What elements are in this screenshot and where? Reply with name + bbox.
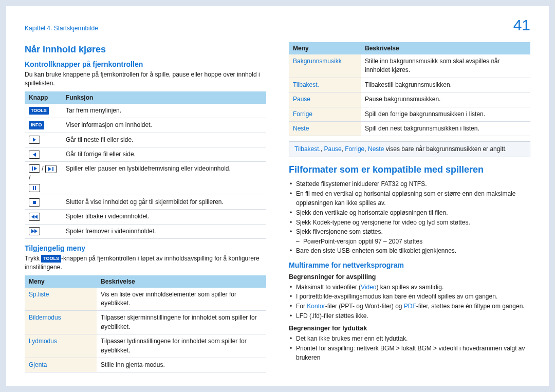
paragraph-menu-intro: Trykk TOOLS-knappen på fjernkontrollen i… <box>25 254 266 272</box>
list-item: Bare den siste USB-enheten som ble tilko… <box>289 246 530 256</box>
next-play-icon <box>45 165 57 173</box>
list-item: LFD (.lfd)-filer støttes ikke. <box>289 311 530 321</box>
tools-badge-inline: TOOLS <box>41 255 61 263</box>
svg-rect-7 <box>35 186 36 190</box>
desc: Går til forrige fil eller side. <box>62 147 266 161</box>
svg-rect-2 <box>32 166 33 171</box>
prev-icon <box>29 151 40 159</box>
svg-marker-12 <box>34 229 38 233</box>
table-menu-right: Meny Beskrivelse BakgrunnsmusikkStille i… <box>289 42 530 136</box>
heading-play-limits: Begrensninger for avspilling <box>289 273 530 281</box>
note-box: Tilbakest., Pause, Forrige, Neste vises … <box>289 141 530 157</box>
desc: Spoler fremover i videoinnholdet. <box>62 224 266 238</box>
heading-playing-content: Når innhold kjøres <box>25 44 266 55</box>
th-funksjon: Funksjon <box>62 91 266 104</box>
table-row: Sp.listeVis en liste over innholdselemen… <box>25 288 266 311</box>
heading-sound-limits: Begrensinger for lyduttak <box>289 325 530 332</box>
table-row: ForrigeSpill den forrige bakgrunnsmusikk… <box>289 107 530 121</box>
svg-rect-6 <box>33 186 34 190</box>
heading-available-menu: Tilgjengelig meny <box>25 244 266 252</box>
stop-icon <box>29 198 40 207</box>
desc: Spoler tilbake i videoinnholdet. <box>62 210 266 224</box>
table-row: Spoler fremover i videoinnholdet. <box>25 224 266 238</box>
svg-marker-11 <box>31 229 34 233</box>
table-menu-left: Meny Beskrivelse Sp.listeVis en liste ov… <box>25 275 266 373</box>
table-row: BildemodusTilpasser skjerminnstillingene… <box>25 311 266 334</box>
table-row: Spoler tilbake i videoinnholdet. <box>25 210 266 224</box>
svg-marker-3 <box>34 166 37 171</box>
desc: Tar frem menylinjen. <box>62 104 266 118</box>
list-play-limits: Maksimalt to videofiler (Video) kan spil… <box>289 283 530 321</box>
list-sound-limits: Det kan ikke brukes mer enn ett lyduttak… <box>289 334 530 363</box>
table-row: LydmodusTilpasser lydinnstillingene for … <box>25 334 266 358</box>
th-meny: Meny <box>289 42 361 54</box>
table-row: TOOLS Tar frem menylinjen. <box>25 104 266 118</box>
desc: Viser informasjon om innholdet. <box>62 118 266 133</box>
right-column: Meny Beskrivelse BakgrunnsmusikkStille i… <box>289 39 530 378</box>
page-number: 41 <box>513 16 530 34</box>
svg-rect-5 <box>52 167 53 171</box>
list-item-sub: PowerPoint-versjon opptil 97 – 2007 støt… <box>289 237 530 247</box>
list-item: En fil med en vertikal og horisontal opp… <box>289 189 530 208</box>
heading-remote-controls: Kontrollknapper på fjernkontrollen <box>25 60 266 68</box>
svg-marker-10 <box>34 215 38 219</box>
paragraph-remote-intro: Du kan bruke knappene på fjernkontrollen… <box>25 70 266 88</box>
table-row: Går til forrige fil eller side. <box>25 147 266 161</box>
list-item: Det kan ikke brukes mer enn ett lyduttak… <box>289 334 530 344</box>
table-row: INFO Viser informasjon om innholdet. <box>25 118 266 133</box>
list-file-formats: Støttede filsystemer inkluderer FAT32 og… <box>289 179 530 256</box>
table-row: / / Spiller eller pauser en lysbildefrem… <box>25 162 266 195</box>
heading-multiframe: Multiramme for nettverksprogram <box>289 261 530 269</box>
list-item: Sjekk den vertikale og horisontale opplø… <box>289 208 530 218</box>
svg-rect-8 <box>33 201 36 204</box>
svg-marker-9 <box>31 215 34 219</box>
desc: Slutter å vise innholdet og går til skje… <box>62 195 266 209</box>
table-row: PausePause bakgrunnsmusikken. <box>289 92 530 107</box>
desc: Spiller eller pauser en lysbildefremvisn… <box>62 162 266 195</box>
list-item: Prioritet for avspilling: nettverk BGM >… <box>289 344 530 363</box>
pause-icon <box>29 184 40 192</box>
content-columns: Når innhold kjøres Kontrollknapper på fj… <box>25 39 530 378</box>
table-row: GjentaStille inn gjenta-modus. <box>25 358 266 372</box>
info-badge: INFO <box>29 121 44 129</box>
tools-badge: TOOLS <box>29 107 49 115</box>
list-item: Sjekk filversjonene som støttes. <box>289 227 530 237</box>
page-header: Kapittel 4. Startskjermbilde 41 <box>25 16 530 34</box>
left-column: Når innhold kjøres Kontrollknapper på fj… <box>25 39 266 378</box>
table-row: Går til neste fil eller side. <box>25 133 266 147</box>
svg-marker-4 <box>48 167 51 171</box>
heading-file-formats: Filformater som er kompatible med spille… <box>289 164 530 175</box>
table-row: BakgrunnsmusikkStille inn bakgrunnsmusik… <box>289 54 530 78</box>
chapter-label: Kapittel 4. Startskjermbilde <box>25 25 98 32</box>
manual-page: Kapittel 4. Startskjermbilde 41 Når innh… <box>6 6 549 386</box>
list-item: Støttede filsystemer inkluderer FAT32 og… <box>289 179 530 189</box>
th-meny: Meny <box>25 275 97 288</box>
rewind-icon <box>29 213 40 221</box>
play-icon <box>29 136 40 144</box>
th-beskrivelse: Beskrivelse <box>97 275 266 288</box>
list-item: For Kontor-filer (PPT- og Word-filer) og… <box>289 302 530 311</box>
list-item: I portrettbilde-avspillingsmodus kan bar… <box>289 292 530 302</box>
table-remote-buttons: Knapp Funksjon TOOLS Tar frem menylinjen… <box>25 91 266 239</box>
svg-marker-0 <box>33 138 36 142</box>
play-toggle-icon <box>29 164 40 173</box>
list-item: Sjekk Kodek-typene og versjonene for vid… <box>289 218 530 228</box>
forward-icon <box>29 227 40 235</box>
desc: Går til neste fil eller side. <box>62 133 266 147</box>
table-row: Tilbakest.Tilbakestill bakgrunnsmusikken… <box>289 78 530 92</box>
list-item: Maksimalt to videofiler (Video) kan spil… <box>289 283 530 292</box>
th-beskrivelse: Beskrivelse <box>361 42 530 54</box>
th-knapp: Knapp <box>25 91 62 104</box>
svg-marker-1 <box>33 153 36 157</box>
table-row: Slutter å vise innholdet og går til skje… <box>25 195 266 209</box>
table-row: NesteSpill den nest bakgrunnsmusikken i … <box>289 121 530 136</box>
